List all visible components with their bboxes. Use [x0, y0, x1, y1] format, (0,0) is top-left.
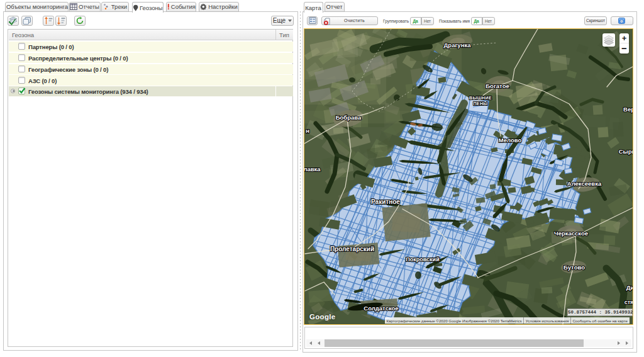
svg-text:Солдатское: Солдатское — [364, 305, 398, 312]
svg-text:Черкасское: Черкасское — [554, 230, 588, 237]
svg-text:ПЕНЫ: ПЕНЫ — [473, 101, 487, 106]
svg-text:ВЫШНИЕ: ВЫШНИЕ — [469, 96, 492, 100]
svg-text:Мелово: Мелово — [499, 137, 522, 144]
svg-text:Богатое: Богатое — [486, 82, 509, 89]
svg-text:Сырц: Сырц — [619, 148, 633, 155]
svg-text:стя: стя — [625, 299, 633, 305]
svg-text:Бобрава: Бобрава — [336, 114, 362, 121]
svg-text:н: н — [306, 127, 309, 134]
svg-text:Вер: Вер — [623, 106, 633, 113]
svg-text:лавка: лавка — [304, 166, 321, 173]
svg-text:Ди: Ди — [626, 284, 633, 291]
svg-text:Алексеевка: Алексеевка — [567, 180, 602, 187]
svg-text:Драгунка: Драгунка — [444, 42, 472, 48]
svg-text:Покровский: Покровский — [406, 256, 439, 263]
svg-text:Ракитное: Ракитное — [371, 198, 400, 205]
svg-text:Бутово: Бутово — [564, 264, 585, 271]
svg-text:Пролетарский: Пролетарский — [330, 246, 374, 252]
